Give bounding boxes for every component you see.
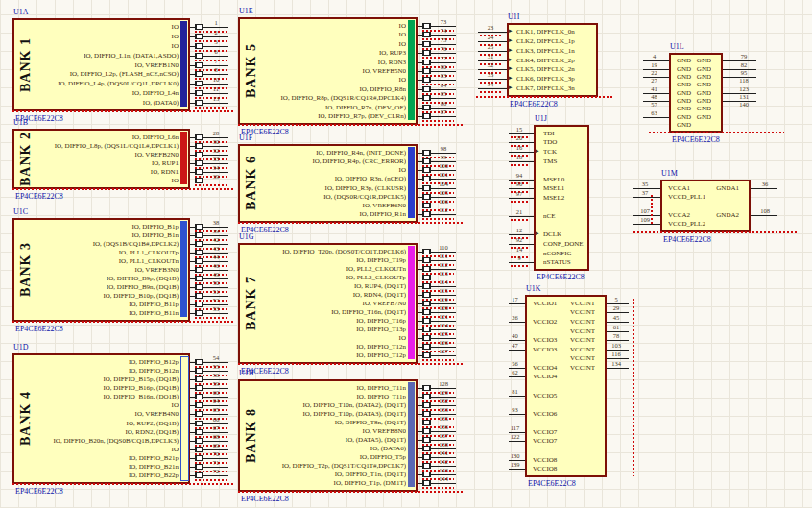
pin-inline-symbol[interactable] — [422, 411, 431, 417]
pin-inline-symbol[interactable] — [422, 446, 431, 451]
pin-inline-symbol[interactable] — [195, 376, 203, 382]
pin-inline-symbol[interactable] — [195, 143, 203, 149]
pin-inline-symbol[interactable] — [195, 447, 203, 452]
pin-inline-symbol[interactable] — [195, 53, 203, 59]
pin-inline-symbol[interactable] — [422, 249, 431, 254]
pin-wire[interactable] — [607, 322, 629, 323]
pin-inline-symbol[interactable] — [422, 41, 431, 47]
pin-inline-symbol[interactable] — [195, 241, 203, 247]
pin-inline-symbol[interactable] — [422, 318, 431, 324]
pin-wire[interactable] — [509, 441, 525, 442]
pin-wire[interactable] — [607, 358, 629, 359]
pin-inline-symbol[interactable] — [195, 411, 203, 417]
pin-inline-symbol[interactable] — [195, 310, 203, 316]
pin-inline-symbol[interactable] — [195, 385, 203, 391]
pin-inline-symbol[interactable] — [195, 402, 203, 408]
pin-wire[interactable] — [478, 88, 507, 89]
pin-inline-symbol[interactable] — [422, 50, 431, 56]
pin-wire[interactable] — [607, 312, 629, 313]
designator[interactable]: U1K — [526, 284, 541, 293]
part-number[interactable]: EP4CE6E22C8 — [510, 100, 558, 109]
designator[interactable]: U1B — [13, 118, 28, 127]
pin-inline-symbol[interactable] — [422, 23, 431, 29]
designator[interactable]: U1C — [13, 207, 28, 216]
pin-inline-symbol[interactable] — [195, 250, 203, 255]
pin-inline-symbol[interactable] — [422, 176, 431, 181]
pin-inline-symbol[interactable] — [422, 454, 431, 460]
part-number[interactable]: EP4CE6E22C8 — [537, 273, 585, 281]
pin-inline-symbol[interactable] — [195, 394, 203, 399]
pin-wire[interactable] — [751, 215, 777, 216]
pin-inline-symbol[interactable] — [422, 428, 431, 434]
pin-inline-symbol[interactable] — [195, 160, 203, 166]
part-number[interactable]: EP4CE6E22C8 — [15, 487, 63, 496]
pin-inline-symbol[interactable] — [422, 113, 431, 119]
pin-wire[interactable] — [509, 152, 534, 153]
pin-wire[interactable] — [751, 188, 777, 189]
pin-inline-symbol[interactable] — [422, 344, 431, 350]
pin-inline-symbol[interactable] — [422, 385, 431, 391]
pin-inline-symbol[interactable] — [195, 71, 203, 77]
pin-inline-symbol[interactable] — [195, 359, 203, 365]
pin-wire[interactable] — [509, 142, 534, 143]
pin-wire[interactable] — [509, 303, 525, 304]
designator[interactable]: U1J — [535, 114, 547, 123]
pin-inline-symbol[interactable] — [422, 420, 431, 425]
pin-inline-symbol[interactable] — [195, 34, 203, 39]
pin-inline-symbol[interactable] — [422, 266, 431, 272]
pin-inline-symbol[interactable] — [195, 258, 203, 264]
pin-inline-symbol[interactable] — [195, 62, 203, 68]
pin-inline-symbol[interactable] — [422, 95, 431, 101]
pin-inline-symbol[interactable] — [195, 438, 203, 444]
pin-inline-symbol[interactable] — [422, 150, 431, 156]
pin-inline-symbol[interactable] — [422, 86, 431, 92]
pin-inline-symbol[interactable] — [195, 429, 203, 435]
pin-inline-symbol[interactable] — [195, 24, 203, 30]
pin-wire[interactable] — [509, 414, 525, 415]
pin-wire[interactable] — [643, 117, 669, 118]
designator[interactable]: U1D — [13, 343, 29, 351]
pin-wire[interactable] — [509, 262, 534, 263]
pin-inline-symbol[interactable] — [195, 293, 203, 299]
pin-wire[interactable] — [509, 234, 534, 235]
part-number[interactable]: EP4CE6E22C8 — [15, 325, 63, 333]
pin-inline-symbol[interactable] — [195, 421, 203, 426]
designator[interactable]: U1M — [661, 169, 678, 178]
part-number[interactable]: EP4CE6E22C8 — [15, 192, 63, 201]
pin-inline-symbol[interactable] — [422, 105, 431, 110]
pin-wire[interactable] — [509, 198, 534, 199]
pin-wire[interactable] — [509, 161, 534, 162]
pin-inline-symbol[interactable] — [195, 455, 203, 461]
pin-wire[interactable] — [509, 216, 534, 217]
pin-inline-symbol[interactable] — [422, 194, 431, 200]
pin-wire[interactable] — [509, 188, 534, 189]
pin-inline-symbol[interactable] — [422, 158, 431, 164]
pin-inline-symbol[interactable] — [195, 267, 203, 273]
pin-inline-symbol[interactable] — [422, 185, 431, 191]
pin-inline-symbol[interactable] — [195, 464, 203, 470]
pin-wire[interactable] — [478, 69, 507, 70]
pin-inline-symbol[interactable] — [422, 203, 431, 208]
pin-inline-symbol[interactable] — [195, 232, 203, 238]
pin-wire[interactable] — [607, 368, 629, 369]
pin-wire[interactable] — [633, 224, 660, 225]
pin-inline-symbol[interactable] — [422, 275, 431, 280]
pin-inline-symbol[interactable] — [195, 178, 203, 183]
pin-wire[interactable] — [509, 350, 525, 351]
pin-wire[interactable] — [478, 41, 507, 42]
pin-wire[interactable] — [633, 197, 660, 198]
pin-inline-symbol[interactable] — [422, 257, 431, 263]
part-number[interactable]: EP4CE6E22C8 — [241, 495, 289, 503]
pin-inline-symbol[interactable] — [422, 402, 431, 408]
pin-wire[interactable] — [478, 79, 507, 80]
pin-inline-symbol[interactable] — [422, 68, 431, 74]
pin-inline-symbol[interactable] — [195, 284, 203, 290]
pin-inline-symbol[interactable] — [195, 152, 203, 157]
pin-wire[interactable] — [509, 340, 525, 341]
designator[interactable]: U1I — [508, 12, 519, 21]
pin-inline-symbol[interactable] — [195, 368, 203, 374]
pin-inline-symbol[interactable] — [422, 463, 431, 469]
pin-wire[interactable] — [478, 51, 507, 52]
pin-inline-symbol[interactable] — [422, 60, 431, 65]
pin-inline-symbol[interactable] — [422, 301, 431, 306]
